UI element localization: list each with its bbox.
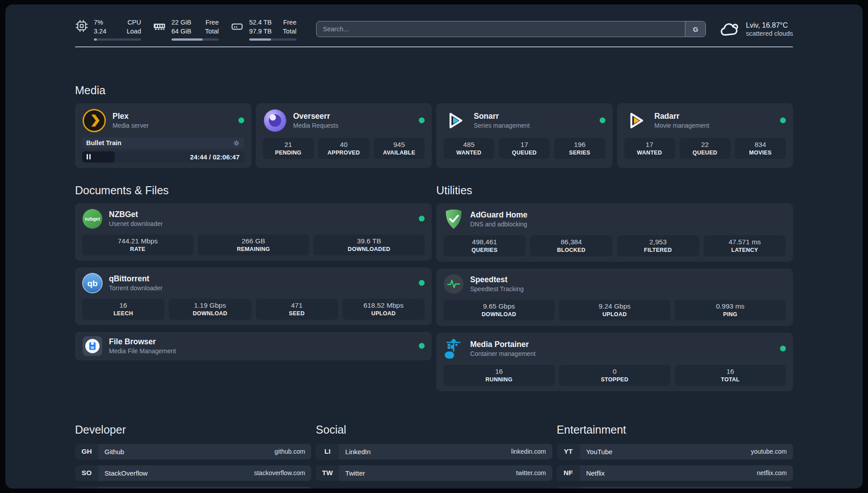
now-playing-title: Bullet Train — [86, 139, 121, 146]
adguard-card[interactable]: AdGuard Home DNS and adblocking 498,461 … — [436, 203, 793, 262]
stat-value: 945 — [376, 141, 423, 149]
link-name: LinkedIn — [345, 448, 371, 455]
card-title: qBittorrent — [109, 274, 163, 284]
pause-icon — [87, 154, 91, 159]
card-subtitle: Usenet downloader — [109, 220, 163, 227]
gear-icon[interactable] — [233, 139, 240, 147]
stat-value: 9.24 Gbps — [561, 302, 668, 310]
portainer-card[interactable]: Media Portainer Container management 16 … — [436, 333, 793, 391]
stat-value: 39.6 TB — [315, 237, 423, 245]
now-playing-bar: Bullet Train — [82, 138, 244, 149]
stat-box: 945 AVAILABLE — [374, 138, 425, 159]
stat-label: QUEUED — [501, 150, 548, 156]
portainer-icon — [443, 338, 464, 359]
stat-box: 9.24 Gbps UPLOAD — [559, 300, 670, 321]
card-subtitle: Torrent downloader — [109, 284, 163, 292]
stat-box: 39.6 TB DOWNLOADED — [313, 234, 425, 255]
card-subtitle: Speedtest Tracking — [470, 285, 524, 292]
stat-box: 0 STOPPED — [559, 365, 670, 386]
link-stackoverflow[interactable]: SO StackOverflow stackoverflow.com — [75, 465, 311, 481]
card-title: Overseerr — [293, 112, 338, 121]
sonarr-icon — [443, 109, 467, 133]
qbittorrent-card[interactable]: qb qBittorrent Torrent downloader 16 LEE… — [75, 267, 432, 325]
status-dot — [419, 117, 425, 123]
overseerr-icon — [263, 109, 287, 133]
nzbget-icon: nzbget — [82, 209, 103, 229]
link-youtube[interactable]: YT YouTube youtube.com — [557, 444, 793, 460]
stat-box: 22 QUEUED — [680, 138, 730, 159]
link-github[interactable]: GH Github github.com — [75, 444, 311, 460]
stat-value: 834 — [737, 141, 784, 149]
stat-label: PING — [676, 311, 784, 318]
stat-box: 40 APPROVED — [318, 138, 369, 159]
links-section-social: Social LI LinkedIn linkedin.com TW Twitt… — [316, 423, 552, 489]
svg-text:nzbget: nzbget — [85, 216, 100, 221]
stat-label: DOWNLOADED — [315, 246, 423, 252]
cpu-label: CPU — [124, 18, 141, 27]
storage-free: 52.4 TB — [249, 18, 272, 27]
link-url: youtube.com — [751, 448, 787, 455]
link-tag: YT — [557, 444, 580, 460]
link-reddit[interactable]: RE Reddit reddit.com — [557, 487, 793, 489]
link-url: stackoverflow.com — [254, 469, 305, 476]
memory-progress-fill — [171, 38, 203, 41]
stat-box: 485 WANTED — [443, 138, 494, 159]
stat-value: 47.571 ms — [705, 238, 784, 246]
stat-label: STOPPED — [561, 376, 668, 383]
memory-total: 64 GiB — [171, 27, 195, 36]
stat-value: 17 — [501, 141, 548, 149]
storage-progress-track — [249, 38, 296, 41]
stat-label: REMAINING — [200, 246, 307, 252]
link-name: YouTube — [586, 448, 613, 455]
link-twitter[interactable]: TW Twitter twitter.com — [316, 465, 552, 481]
stat-label: BLOCKED — [532, 247, 610, 253]
stat-box: 17 QUEUED — [499, 138, 550, 159]
speedtest-card[interactable]: Speedtest Speedtest Tracking 9.65 Gbps D… — [436, 268, 793, 326]
weather-location: Lviv, 16.87°C — [746, 21, 793, 29]
link-tag: SO — [75, 465, 98, 481]
search-engine-button[interactable]: G — [685, 21, 705, 37]
documents-column: Documents & Files nzbget NZBGet — [75, 168, 432, 391]
card-title: Speedtest — [470, 275, 524, 284]
storage-total: 97.9 TB — [249, 27, 272, 36]
link-url: github.com — [275, 448, 305, 455]
stat-box: 196 SERIES — [554, 138, 605, 159]
stat-label: FILTERED — [619, 247, 697, 253]
status-dot — [780, 346, 786, 351]
stat-value: 266 GB — [200, 237, 307, 245]
stat-label: DOWNLOAD — [445, 311, 553, 318]
card-title: AdGuard Home — [470, 210, 527, 220]
filebrowser-icon — [82, 336, 103, 356]
link-dev[interactable]: DT DEV dev.to — [75, 487, 311, 489]
media-grid: Plex Media server Bullet Train 24:44 / 0… — [75, 103, 793, 168]
link-tag: LI — [316, 444, 339, 460]
section-title-entertainment: Entertainment — [557, 423, 793, 436]
cpu-load-value: 3.24 — [94, 27, 117, 36]
status-dot — [419, 343, 425, 349]
memory-progress-track — [171, 38, 219, 41]
nzbget-card[interactable]: nzbget NZBGet Usenet downloader 744.21 M… — [75, 203, 432, 261]
stat-label: WANTED — [445, 150, 492, 156]
link-url: linkedin.com — [511, 448, 546, 455]
stat-label: APPROVED — [320, 150, 367, 156]
top-bar: 7% 3.24 CPU Load — [75, 18, 793, 41]
stat-label: QUERIES — [445, 247, 524, 253]
link-linkedin[interactable]: LI LinkedIn linkedin.com — [316, 444, 552, 460]
overseerr-card[interactable]: Overseerr Media Requests 21 PENDING 40 A… — [256, 103, 432, 168]
filebrowser-card[interactable]: File Browser Media File Management — [75, 332, 432, 360]
section-title-documents: Documents & Files — [75, 184, 432, 197]
search-input[interactable] — [317, 21, 685, 37]
link-netflix[interactable]: NF Netflix netflix.com — [557, 465, 793, 481]
weather-widget: Lviv, 16.87°C scattered clouds — [719, 20, 793, 38]
stat-label: SERIES — [556, 150, 603, 156]
stat-value: 196 — [556, 141, 603, 149]
plex-card[interactable]: Plex Media server Bullet Train 24:44 / 0… — [75, 103, 251, 168]
status-dot — [600, 117, 605, 123]
card-title: Plex — [113, 112, 149, 121]
ram-icon — [153, 19, 166, 33]
sonarr-card[interactable]: Sonarr Series management 485 WANTED 17 Q… — [436, 103, 613, 168]
utilities-column: Utilities AdGuard Home — [436, 168, 793, 391]
cpu-stat: 7% 3.24 CPU Load — [75, 18, 141, 41]
radarr-card[interactable]: Radarr Movie management 17 WANTED 22 QUE… — [617, 103, 793, 168]
link-url: netflix.com — [757, 469, 787, 476]
